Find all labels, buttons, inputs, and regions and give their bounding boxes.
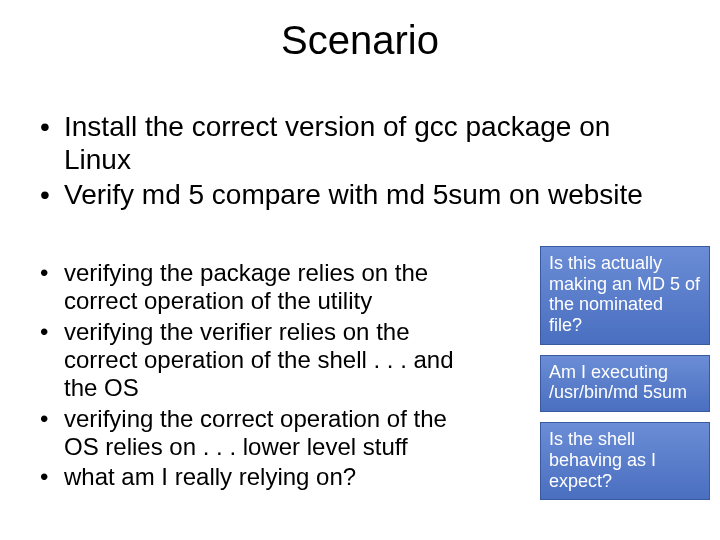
slide-title: Scenario [0,0,720,91]
callout-column: Is this actually making an MD 5 of the n… [540,246,710,500]
callout-box: Is this actually making an MD 5 of the n… [540,246,710,345]
callout-box: Am I executing /usr/bin/md 5sum [540,355,710,412]
top-bullet-list: Install the correct version of gcc packa… [36,110,684,211]
bullet-item: Verify md 5 compare with md 5sum on webs… [36,178,684,211]
bullet-item: Install the correct version of gcc packa… [36,110,684,176]
callout-box: Is the shell behaving as I expect? [540,422,710,500]
